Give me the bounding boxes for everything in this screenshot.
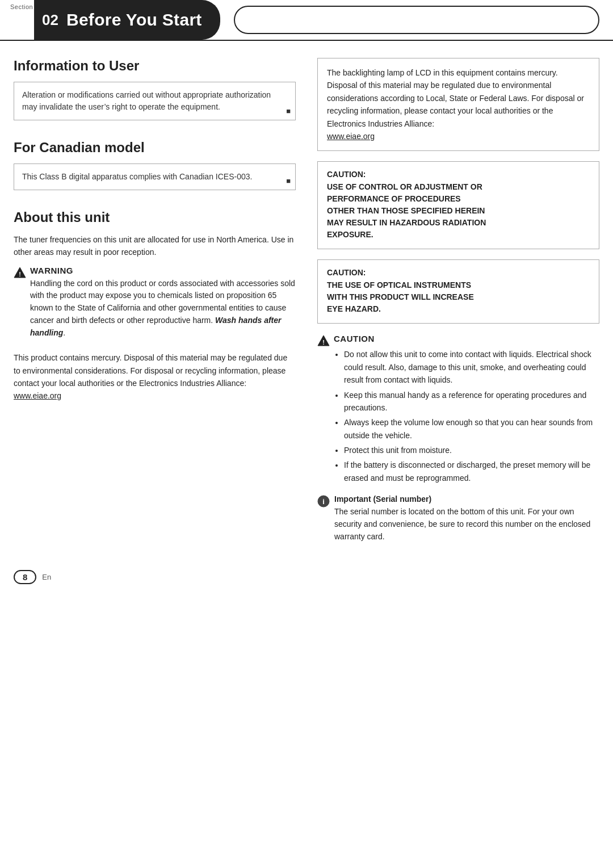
info-box-icon-2: ■: [286, 175, 291, 187]
caution-box-1: CAUTION: USE OF CONTROL OR ADJUSTMENT OR…: [317, 161, 599, 249]
svg-text:!: !: [322, 339, 325, 346]
for-canadian-model-box: This Class B digital apparatus complies …: [14, 163, 296, 190]
section-label: Section: [10, 3, 34, 10]
warning-content: WARNING Handling the cord on this produc…: [30, 266, 296, 339]
serial-label: Important (Serial number): [334, 494, 599, 504]
main-content: Information to User Alteration or modifi…: [0, 58, 613, 543]
caution-box-1-label: CAUTION:: [327, 170, 590, 179]
caution-box-2-label: CAUTION:: [327, 268, 590, 277]
page-number: 8: [14, 570, 36, 584]
page-title: Before You Start: [66, 10, 202, 30]
for-canadian-model-section: For Canadian model This Class B digital …: [14, 140, 296, 190]
info-box-icon-1: ■: [286, 106, 291, 117]
header-right-decoration: [234, 6, 599, 34]
serial-icon: i: [317, 495, 330, 508]
footer: 8 En: [0, 560, 613, 590]
caution-box-2-text: THE USE OF OPTICAL INSTRUMENTSWITH THIS …: [327, 279, 590, 315]
left-column: Information to User Alteration or modifi…: [14, 58, 312, 543]
caution-box-1-text: USE OF CONTROL OR ADJUSTMENT ORPERFORMAN…: [327, 181, 590, 241]
caution-icon: !: [317, 334, 330, 347]
header: Section 02 Before You Start: [0, 0, 613, 41]
mercury-right-box: The backlighting lamp of LCD in this equ…: [317, 58, 599, 151]
section-badge: Section: [0, 0, 34, 40]
svg-text:i: i: [322, 497, 325, 506]
about-this-unit-para: The tuner frequencies on this unit are a…: [14, 233, 296, 259]
svg-text:!: !: [19, 270, 21, 277]
warning-period: .: [63, 328, 65, 337]
for-canadian-model-heading: For Canadian model: [14, 140, 296, 156]
mercury-para-left: This product contains mercury. Disposal …: [14, 351, 296, 402]
list-item: Do not allow this unit to come into cont…: [344, 348, 599, 386]
about-this-unit-heading: About this unit: [14, 209, 296, 225]
serial-text: The serial number is located on the bott…: [334, 506, 599, 543]
information-to-user-text: Alteration or modifications carried out …: [22, 90, 271, 111]
list-item: If the battery is disconnected or discha…: [344, 459, 599, 484]
warning-icon: !: [14, 266, 26, 279]
warning-label: WARNING: [30, 266, 296, 275]
caution-bullet-list: Do not allow this unit to come into cont…: [344, 348, 599, 484]
header-title-pill: 02 Before You Start: [34, 0, 220, 40]
warning-block: ! WARNING Handling the cord on this prod…: [14, 266, 296, 339]
mercury-link-right: www.eiae.org: [327, 132, 375, 141]
about-this-unit-section: About this unit The tuner frequencies on…: [14, 209, 296, 259]
information-to-user-heading: Information to User: [14, 58, 296, 74]
right-column: The backlighting lamp of LCD in this equ…: [312, 58, 599, 543]
serial-content: Important (Serial number) The serial num…: [334, 494, 599, 543]
page: Section 02 Before You Start Information …: [0, 0, 613, 868]
for-canadian-model-text: This Class B digital apparatus complies …: [22, 172, 252, 181]
information-to-user-section: Information to User Alteration or modifi…: [14, 58, 296, 120]
mercury-right-text: The backlighting lamp of LCD in this equ…: [327, 68, 584, 128]
mercury-para-left-text: This product contains mercury. Disposal …: [14, 353, 287, 388]
caution-box-2: CAUTION: THE USE OF OPTICAL INSTRUMENTSW…: [317, 259, 599, 324]
caution-content: CAUTION Do not allow this unit to come i…: [334, 334, 599, 489]
list-item: Always keep the volume low enough so tha…: [344, 416, 599, 442]
list-item: Protect this unit from moisture.: [344, 444, 599, 456]
serial-number-section: i Important (Serial number) The serial n…: [317, 494, 599, 543]
information-to-user-box: Alteration or modifications carried out …: [14, 82, 296, 120]
list-item: Keep this manual handy as a reference fo…: [344, 389, 599, 414]
caution-section: ! CAUTION Do not allow this unit to come…: [317, 334, 599, 489]
mercury-link-left: www.eiae.org: [14, 391, 61, 400]
caution-label: CAUTION: [334, 334, 599, 343]
section-number: 02: [42, 11, 58, 29]
footer-lang: En: [42, 573, 51, 581]
warning-text: Handling the cord on this product or cor…: [30, 278, 296, 339]
